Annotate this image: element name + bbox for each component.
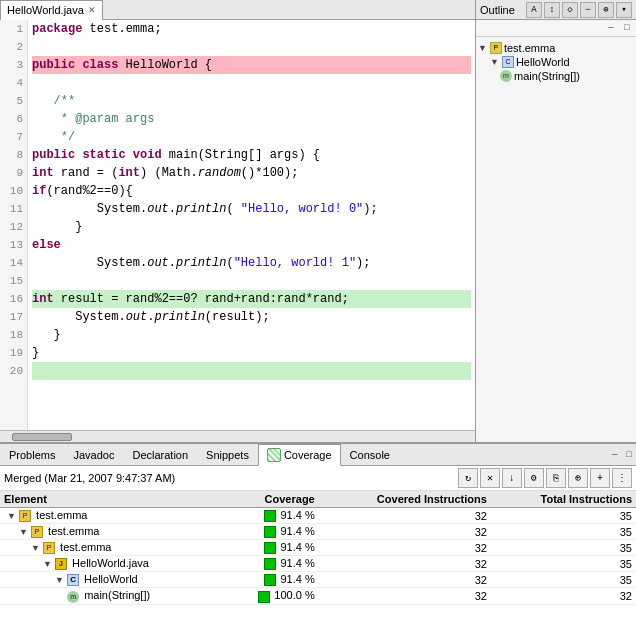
tab-javadoc[interactable]: Javadoc xyxy=(64,444,123,466)
scrollbar-thumb[interactable] xyxy=(12,433,72,441)
code-line: } xyxy=(32,344,471,362)
outline-item-package[interactable]: ▼ P test.emma xyxy=(478,41,634,55)
copy-btn[interactable]: ⎘ xyxy=(546,468,566,488)
covered-cell: 32 xyxy=(319,556,491,572)
horizontal-scrollbar[interactable] xyxy=(0,430,475,442)
tab-console[interactable]: Console xyxy=(341,444,399,466)
refresh-btn[interactable]: ↻ xyxy=(458,468,478,488)
coverage-bar xyxy=(264,558,276,570)
toolbar-buttons: ↻ ✕ ↓ ⚙ ⎘ ⊕ + ⋮ xyxy=(458,468,632,488)
line-numbers: 12345 678910 1112131415 1617181920 xyxy=(0,20,28,430)
coverage-cell: 100.0 % xyxy=(225,588,319,604)
covered-cell: 32 xyxy=(319,540,491,556)
table-row[interactable]: m main(String[]) 100.0 % 32 32 xyxy=(0,588,636,604)
clear-btn[interactable]: ✕ xyxy=(480,468,500,488)
tab-problems[interactable]: Problems xyxy=(0,444,64,466)
table-row[interactable]: ▼ P test.emma 91.4 % 32 35 xyxy=(0,540,636,556)
sort-alpha-btn[interactable]: A xyxy=(526,2,542,18)
method-icon: m xyxy=(500,70,512,82)
code-area[interactable]: package test.emma; public class HelloWor… xyxy=(28,20,475,430)
outline-item-class[interactable]: ▼ C HelloWorld xyxy=(478,55,634,69)
row-label: test.emma xyxy=(60,541,111,553)
row-label: HelloWorld xyxy=(84,573,138,585)
code-line: } xyxy=(32,326,471,344)
bottom-panel: Problems Javadoc Declaration Snippets Co… xyxy=(0,442,636,637)
editor-tab[interactable]: HelloWorld.java ✕ xyxy=(0,0,103,20)
minimize-btn[interactable]: — xyxy=(604,21,618,35)
sort-btn[interactable]: ↕ xyxy=(544,2,560,18)
filter-btn[interactable]: ◇ xyxy=(562,2,578,18)
class-icon: C xyxy=(67,574,79,586)
element-cell: ▼ C HelloWorld xyxy=(0,572,225,588)
expand-icon: ▼ xyxy=(55,575,64,585)
more-btn[interactable]: ⋮ xyxy=(612,468,632,488)
outline-title: Outline xyxy=(480,4,526,16)
outline-package-label: test.emma xyxy=(504,42,555,54)
coverage-tab-label: Coverage xyxy=(267,448,332,462)
code-line: */ xyxy=(32,128,471,146)
bottom-maximize-btn[interactable]: □ xyxy=(622,448,636,462)
method-icon: m xyxy=(67,591,79,603)
total-cell: 35 xyxy=(491,556,636,572)
coverage-table: Element Coverage Covered Instructions To… xyxy=(0,491,636,637)
row-label: test.emma xyxy=(48,525,99,537)
bottom-controls: Merged (Mar 21, 2007 9:47:37 AM) ↻ ✕ ↓ ⚙… xyxy=(0,466,636,491)
settings-btn[interactable]: ⚙ xyxy=(524,468,544,488)
close-icon[interactable]: ✕ xyxy=(88,5,96,15)
tab-declaration-label: Declaration xyxy=(132,449,188,461)
table-row[interactable]: ▼ J HelloWorld.java 91.4 % 32 35 xyxy=(0,556,636,572)
outline-toolbar: A ↕ ◇ − ⊕ ▾ xyxy=(526,2,632,18)
covered-cell: 32 xyxy=(319,508,491,524)
coverage-bar xyxy=(264,574,276,586)
outline-method-label: main(String[]) xyxy=(514,70,580,82)
export-btn[interactable]: ↓ xyxy=(502,468,522,488)
expand-icon: ▼ xyxy=(7,511,16,521)
code-line: System.out.println( "Hello, world! 0"); xyxy=(32,200,471,218)
code-line xyxy=(32,74,471,92)
code-line: /** xyxy=(32,92,471,110)
tab-javadoc-label: Javadoc xyxy=(73,449,114,461)
collapse-btn[interactable]: − xyxy=(580,2,596,18)
element-cell: ▼ P test.emma xyxy=(0,524,225,540)
class-icon: C xyxy=(502,56,514,68)
tab-declaration[interactable]: Declaration xyxy=(123,444,197,466)
editor-tab-bar: HelloWorld.java ✕ xyxy=(0,0,475,20)
table-row[interactable]: ▼ P test.emma 91.4 % 32 35 xyxy=(0,508,636,524)
table-row[interactable]: ▼ P test.emma 91.4 % 32 35 xyxy=(0,524,636,540)
outline-content: ▼ P test.emma ▼ C HelloWorld m main(Stri… xyxy=(476,37,636,442)
tab-snippets-label: Snippets xyxy=(206,449,249,461)
code-line xyxy=(32,272,471,290)
tab-snippets[interactable]: Snippets xyxy=(197,444,258,466)
total-cell: 35 xyxy=(491,540,636,556)
covered-cell: 32 xyxy=(319,572,491,588)
row-label: main(String[]) xyxy=(84,589,150,601)
maximize-btn[interactable]: □ xyxy=(620,21,634,35)
code-line: package test.emma; xyxy=(32,20,471,38)
panel-controls: — □ xyxy=(476,20,636,37)
add-btn[interactable]: + xyxy=(590,468,610,488)
outline-item-method[interactable]: m main(String[]) xyxy=(478,69,634,83)
expand-icon: ▼ xyxy=(490,57,499,67)
code-line xyxy=(32,38,471,56)
covered-cell: 32 xyxy=(319,588,491,604)
tab-coverage[interactable]: Coverage xyxy=(258,444,341,466)
col-covered: Covered Instructions xyxy=(319,491,491,508)
coverage-bar xyxy=(264,510,276,522)
link-btn[interactable]: ⊕ xyxy=(598,2,614,18)
table-row[interactable]: ▼ C HelloWorld 91.4 % 32 35 xyxy=(0,572,636,588)
outline-panel: Outline A ↕ ◇ − ⊕ ▾ — □ ▼ P test.emma ▼ xyxy=(476,0,636,442)
covered-cell: 32 xyxy=(319,524,491,540)
col-coverage: Coverage xyxy=(225,491,319,508)
element-cell: m main(String[]) xyxy=(0,588,225,604)
link2-btn[interactable]: ⊕ xyxy=(568,468,588,488)
total-cell: 32 xyxy=(491,588,636,604)
bottom-minimize-btn[interactable]: — xyxy=(608,448,622,462)
menu-btn[interactable]: ▾ xyxy=(616,2,632,18)
col-total: Total Instructions xyxy=(491,491,636,508)
editor-content: 12345 678910 1112131415 1617181920 packa… xyxy=(0,20,475,430)
code-line: System.out.println("Hello, world! 1"); xyxy=(32,254,471,272)
expand-icon: ▼ xyxy=(478,43,487,53)
package-icon: P xyxy=(490,42,502,54)
coverage-cell: 91.4 % xyxy=(225,556,319,572)
coverage-bar xyxy=(264,526,276,538)
